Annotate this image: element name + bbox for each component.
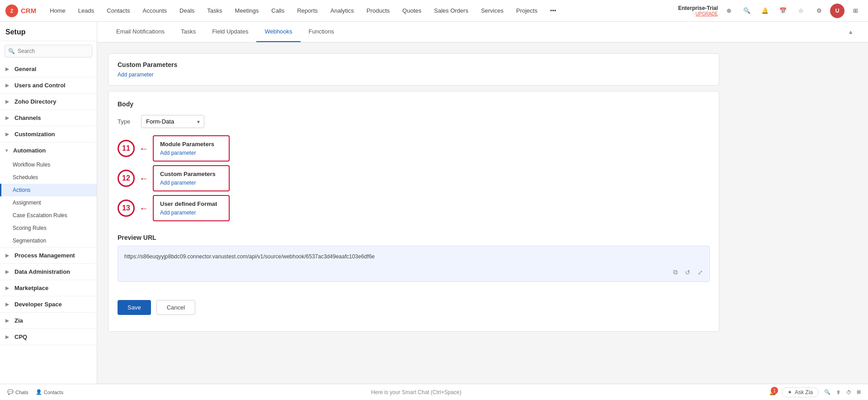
user-defined-box: User defined Format Add parameter [153,195,230,221]
nav-products[interactable]: Products [360,0,396,22]
smart-chat-text: Here is your Smart Chat (Ctrl+Space) [371,389,462,395]
preview-url-box: https://s86euqyyjp8bdc09.connector.vanus… [118,246,710,282]
sidebar-item-segmentation[interactable]: Segmentation [0,234,97,247]
apps-button[interactable]: ⊞ [848,4,863,18]
body-section: Body Type Form-Data JSON XML Raw [108,91,719,332]
sidebar-section-automation: ▾ Automation Workflow Rules Schedules Ac… [0,143,97,248]
sidebar-item-label: Developer Space [14,301,62,308]
sidebar-item-schedules[interactable]: Schedules [0,171,97,184]
sidebar-section-channels-header[interactable]: ▶ Channels [0,110,97,126]
nav-accounts[interactable]: Accounts [137,0,173,22]
annotation-number-12: 12 [118,170,135,187]
search-button[interactable]: 🔍 [740,4,754,18]
sidebar: Setup 🔍 ▶ General ▶ Users and Control ▶ [0,22,97,400]
nav-analytics[interactable]: Analytics [324,0,360,22]
nav-reports[interactable]: Reports [291,0,324,22]
sidebar-item-assignment[interactable]: Assignment [0,196,97,209]
preview-url-title: Preview URL [118,234,710,241]
tab-functions[interactable]: Functions [301,22,342,42]
chats-button[interactable]: 💬 Chats [7,389,28,395]
sidebar-item-workflow-rules[interactable]: Workflow Rules [0,158,97,171]
nav-home[interactable]: Home [43,0,72,22]
tab-email-notifications[interactable]: Email Notifications [108,22,173,42]
notification-badge: 1 [771,387,778,394]
bottom-mic-button[interactable]: 🎙 [836,390,841,395]
top-nav: Z CRM Home Leads Contacts Accounts Deals… [0,0,868,22]
nav-sales-orders[interactable]: Sales Orders [428,0,475,22]
bottom-search-button[interactable]: 🔍 [824,389,830,395]
tab-field-updates[interactable]: Field Updates [204,22,256,42]
copy-url-button[interactable]: ⧉ [671,267,679,277]
custom-params-add-link[interactable]: Add parameter [160,180,196,186]
custom-params-box-title: Custom Parameters [160,171,222,177]
sidebar-section-customization-header[interactable]: ▶ Customization [0,126,97,142]
notifications-button[interactable]: 🔔 [758,4,772,18]
sidebar-section-zia-header[interactable]: ▶ Zia [0,313,97,329]
sidebar-item-actions[interactable]: Actions [0,184,97,196]
sidebar-section-cpq-header[interactable]: ▶ CPQ [0,329,97,345]
annotation-container: 11 ← Module Parameters Add parameter 12 … [118,135,230,223]
refresh-url-button[interactable]: ↺ [683,267,692,277]
ask-zia-button[interactable]: ✦ Ask Zia [782,387,819,397]
sidebar-section-marketplace: ▶ Marketplace [0,280,97,296]
type-select[interactable]: Form-Data JSON XML Raw [141,115,204,128]
save-button[interactable]: Save [118,300,151,315]
sidebar-item-label: Zoho Directory [14,98,56,105]
add-custom-param-link[interactable]: Add parameter [118,71,153,78]
expand-url-button[interactable]: ⤢ [696,267,705,277]
arrow-13: ← [139,203,148,214]
tab-webhooks[interactable]: Webhooks [256,22,300,42]
search-input[interactable] [5,45,92,57]
smart-chat-area[interactable]: Here is your Smart Chat (Ctrl+Space) [74,389,758,395]
type-select-wrap: Form-Data JSON XML Raw [141,115,204,128]
bottom-timer-button[interactable]: ⏱ [846,390,851,395]
sidebar-section-process-header[interactable]: ▶ Process Management [0,248,97,263]
ask-zia-label: Ask Zia [795,389,813,395]
contacts-label: Contacts [44,390,63,395]
sidebar-section-zoho-header[interactable]: ▶ Zoho Directory [0,94,97,110]
calendar-button[interactable]: 📅 [776,4,790,18]
sidebar-item-label: Automation [13,147,46,154]
custom-params-box: Custom Parameters Add parameter [153,165,230,191]
sidebar-section-users-header[interactable]: ▶ Users and Control [0,77,97,93]
preview-url-text: https://s86euqyyjp8bdc09.connector.vanus… [124,253,375,260]
sidebar-section-developer-header[interactable]: ▶ Developer Space [0,296,97,312]
contacts-button[interactable]: 👤 Contacts [36,389,63,395]
sidebar-section-automation-header[interactable]: ▾ Automation [0,143,97,158]
sidebar-search-container: 🔍 [0,41,97,61]
settings-button[interactable]: ⚙ [812,4,826,18]
preview-url-actions: ⧉ ↺ ⤢ [671,267,705,277]
favorites-button[interactable]: ☆ [794,4,808,18]
nav-deals[interactable]: Deals [173,0,201,22]
chevron-down-icon: ▾ [5,148,8,153]
module-params-add-link[interactable]: Add parameter [160,150,196,156]
chats-icon: 💬 [7,389,14,395]
sidebar-item-label: Channels [14,114,41,121]
nav-tasks[interactable]: Tasks [201,0,228,22]
nav-meetings[interactable]: Meetings [229,0,265,22]
cancel-button[interactable]: Cancel [156,300,195,315]
arrow-11: ← [139,143,148,154]
nav-leads[interactable]: Leads [72,0,100,22]
sidebar-section-general-header[interactable]: ▶ General [0,61,97,77]
sidebar-item-scoring-rules[interactable]: Scoring Rules [0,222,97,234]
nav-services[interactable]: Services [475,0,510,22]
user-avatar[interactable]: U [830,4,844,18]
app-logo[interactable]: Z CRM [5,5,36,17]
bottom-apps-button[interactable]: ⊞ [857,389,861,395]
nav-contacts[interactable]: Contacts [100,0,136,22]
create-button[interactable]: ⊕ [722,4,736,18]
tab-tasks[interactable]: Tasks [173,22,204,42]
sidebar-section-data-admin-header[interactable]: ▶ Data Administration [0,264,97,280]
tab-scroll-btn[interactable]: ▲ [844,25,857,39]
sidebar-item-case-escalation[interactable]: Case Escalation Rules [0,209,97,222]
content-tabs: Email Notifications Tasks Field Updates … [97,22,868,43]
nav-calls[interactable]: Calls [265,0,291,22]
sidebar-section-marketplace-header[interactable]: ▶ Marketplace [0,280,97,296]
bottom-bar: 💬 Chats 👤 Contacts Here is your Smart Ch… [0,384,868,400]
nav-other[interactable]: ••• [544,0,563,22]
nav-projects[interactable]: Projects [510,0,544,22]
user-defined-add-link[interactable]: Add parameter [160,210,196,216]
nav-quotes[interactable]: Quotes [396,0,428,22]
contacts-icon: 👤 [36,389,42,395]
